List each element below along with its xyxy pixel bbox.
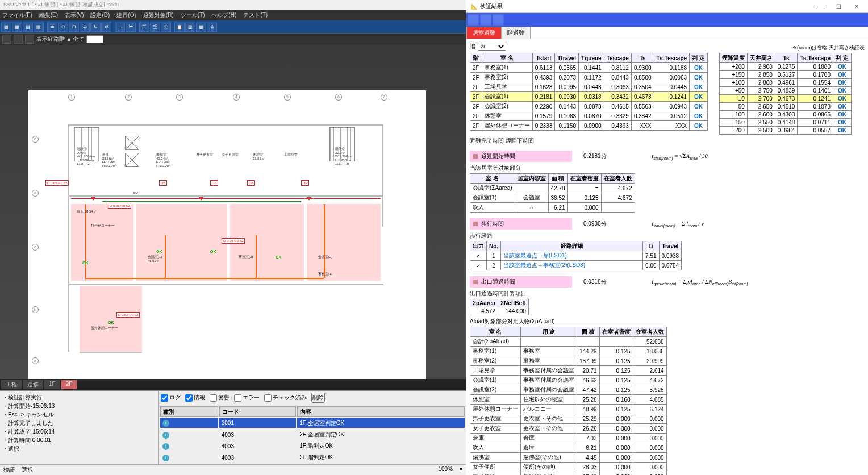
menu-setting[interactable]: 設定(D) [90, 11, 110, 19]
menu-target[interactable]: 避難対象(R) [143, 11, 174, 19]
rt-btn[interactable] [480, 14, 491, 26]
statusbar: 検証 選択 100% ▾ [0, 464, 466, 475]
menu-help[interactable]: ヘルプ(H) [211, 11, 236, 19]
tb-btn[interactable]: ⊡ [69, 22, 79, 32]
result-tabs: 居室避難 階避難 [466, 27, 868, 39]
zoom-dropdown-icon[interactable]: ▾ [460, 466, 462, 474]
tb-btn[interactable]: ↺ [101, 22, 111, 32]
log-line: ・検証計算実行 [2, 393, 156, 402]
tb2-btn[interactable] [25, 35, 34, 44]
sub-aload: Aload対象部分対用人物(ΣpAload) [470, 318, 865, 326]
menubar: ファイル(F) 編集(E) 表示(V) 設定(D) 建具(O) 避難対象(R) … [0, 10, 466, 20]
room-label: 休憩室 21.56㎡ [253, 153, 265, 160]
door-tag: D 0.85 R0.62 [45, 180, 69, 186]
info-icon: i [162, 432, 169, 439]
msg-row[interactable]: i40031F:階判定OK [160, 441, 465, 452]
status-zoom[interactable]: 100% [438, 466, 453, 474]
room-label: 機械室 40.24㎡ H2:1200 HR:0.00/- [156, 153, 171, 168]
tb-btn[interactable]: ▤ [34, 22, 44, 32]
result-titlebar: 📐 検証結果 — ☐ ✕ [466, 0, 868, 13]
tab-room-evac[interactable]: 居室避難 [466, 27, 502, 39]
tb-btn[interactable]: ▤ [23, 22, 33, 32]
menu-file[interactable]: ファイル(F) [2, 11, 32, 19]
msg-row[interactable]: i40032F:階判定OK [160, 453, 465, 463]
result-content[interactable]: 階 2F ※(room)は省略 天井高さ検証表 階室 名TstartTtrave… [466, 39, 868, 475]
menu-tool[interactable]: ツール(T) [181, 11, 205, 19]
info-icon: i [162, 455, 169, 461]
tb-btn[interactable]: ⊕ [47, 22, 57, 32]
floor-label: 階 [470, 43, 475, 51]
menu-opening[interactable]: 建具(O) [116, 11, 136, 19]
tb-btn[interactable]: ⊖ [58, 22, 68, 32]
filter-error[interactable]: エラー [234, 394, 260, 402]
menu-edit[interactable]: 編集(E) [39, 11, 58, 19]
grid-mark: 4 [233, 94, 240, 101]
display-toolbar: 表示経路階 ■ 全て [0, 34, 466, 45]
close-button[interactable]: ✕ [850, 3, 863, 10]
tb-btn[interactable]: ▥ [185, 22, 195, 32]
tb-btn[interactable]: ㊉ [161, 22, 171, 32]
main-title: S&U Ver2.1 [ S&U練習 ] S&U練習 [検証成立] .sodu [0, 0, 466, 10]
door-tag: D7 [210, 180, 218, 186]
msg-row[interactable]: i40032F:全居室判定OK [160, 430, 465, 440]
tb-btn[interactable]: 壬 [150, 22, 160, 32]
room-label: 男子更衣室 [196, 153, 213, 157]
tb2-btn[interactable] [2, 35, 11, 44]
tb-btn[interactable]: ⊥ [115, 22, 125, 32]
maximize-button[interactable]: ☐ [832, 3, 845, 10]
route-input[interactable] [86, 35, 103, 43]
tb-btn[interactable]: ↻ [90, 22, 101, 32]
grid-mark: 5 [284, 94, 291, 101]
minimize-button[interactable]: — [813, 3, 827, 10]
status-sel: 選択 [22, 466, 33, 474]
floor-tab[interactable]: 工程 [1, 380, 22, 389]
sec-queue-title: 出口通過時間 [481, 278, 515, 286]
col-code: コード [219, 406, 297, 417]
sec-travel-formula: ttravel(room) = Σ lroom / v [652, 220, 704, 228]
rt-btn[interactable] [468, 14, 479, 26]
delete-button[interactable]: 削除 [311, 393, 325, 403]
room-label: 屋外休憩コーナー [91, 326, 118, 330]
col-type: 種別 [160, 406, 218, 417]
floor-select[interactable]: 2F [478, 43, 506, 51]
tb-btn[interactable]: ▦ [12, 22, 22, 32]
tab-floor-evac[interactable]: 階避難 [501, 27, 531, 39]
sec-start-title: 避難開始時間 [481, 152, 515, 160]
floor-tab[interactable]: 進捗 [23, 380, 43, 389]
col-msg: 内容 [297, 406, 465, 417]
tb-btn[interactable]: ⎙ [207, 22, 217, 32]
rt-btn[interactable] [493, 14, 504, 26]
room-label: 会議室(2) [318, 255, 332, 259]
ceiling-table: 煙降温度天井高さTsTs-Tescape判 定+2002.9000.12750.… [719, 53, 852, 135]
msg-row[interactable]: i20011F:全居室判定OK [160, 418, 465, 428]
tb-btn[interactable]: ⊢ [126, 22, 136, 32]
menu-test[interactable]: テスト(T) [243, 11, 268, 19]
filter-log[interactable]: ログ [161, 394, 181, 402]
tb-btn[interactable]: 工 [139, 22, 149, 32]
grid-mark: 2 [125, 94, 132, 101]
tb-btn[interactable]: 📋 [174, 22, 185, 32]
filter-checked[interactable]: チェック済み [264, 394, 307, 402]
sec-start-formula: tstart(room) = √ΣAarea / 30 [652, 153, 708, 160]
floor-tab-1f[interactable]: 1F [44, 380, 60, 389]
sec-start-value: 0.2181分 [578, 151, 612, 162]
tb2-btn[interactable] [14, 35, 23, 44]
log-line: ・計算開始-15:06:13 [2, 402, 156, 410]
drawing-canvas[interactable]: 1 2 3 4 5 6 7 e d c b a [0, 45, 466, 379]
result-toolbar [466, 13, 868, 27]
tb-btn[interactable]: ◎ [80, 22, 90, 32]
menu-view[interactable]: 表示(V) [65, 11, 84, 19]
door-tag: D9 [301, 180, 309, 186]
tb-btn[interactable]: ▦ [1, 22, 11, 32]
info-icon: i [162, 443, 169, 450]
floor-tab-2f[interactable]: 2F [61, 380, 77, 389]
filter-warn[interactable]: 警告 [210, 394, 229, 402]
grid-mark: 1 [68, 94, 75, 101]
log-line: ・計算完了しました [2, 419, 156, 427]
filter-info[interactable]: 情報 [185, 394, 205, 402]
tb-btn[interactable]: ▦ [196, 22, 206, 32]
room-label: EV [133, 191, 138, 195]
all-check-label: ■ [67, 36, 70, 43]
ok-label: OK [156, 249, 162, 253]
grid-mark: 3 [176, 94, 183, 101]
